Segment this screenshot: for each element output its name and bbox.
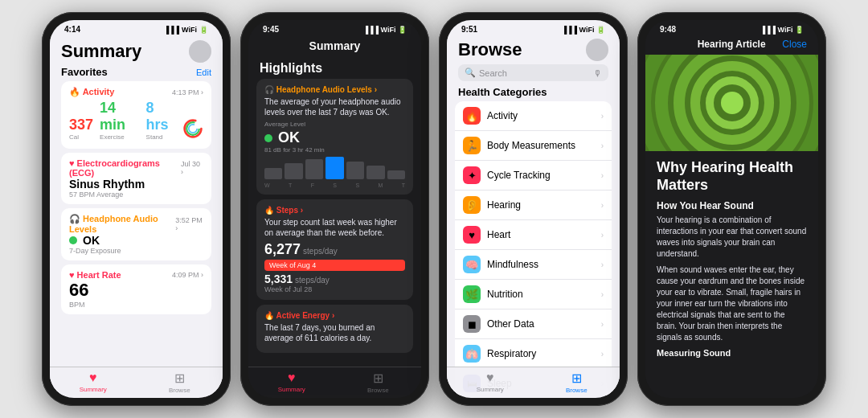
tab-browse-3[interactable]: ⊞ Browse [534, 371, 620, 394]
chevron-other: › [601, 320, 604, 329]
headphone-sub: 7-Day Exposure [69, 247, 203, 255]
p1-header: Summary [50, 35, 223, 66]
p2-steps-title: 🔥 Steps › [264, 206, 405, 215]
grid-tab-icon-3: ⊞ [571, 371, 582, 386]
bar-5 [346, 162, 364, 179]
status-bar-4: 9:48 ▐▐▐ WiFi 🔋 [645, 20, 818, 35]
browse-title: Browse [458, 39, 522, 60]
category-cycle[interactable]: ✦ Cycle Tracking › [455, 161, 612, 191]
time-3: 9:51 [461, 25, 477, 34]
heart-icon: ♥ [463, 226, 481, 244]
p2-energy-card[interactable]: 🔥 Active Energy › The last 7 days, you b… [256, 305, 413, 353]
exercise-value: 14 min [100, 100, 140, 133]
bar-6 [366, 166, 384, 179]
tab-summary-3[interactable]: ♥ Summary [447, 371, 534, 394]
tab-summary-label-3: Summary [477, 386, 504, 393]
status-bar-3: 9:51 ▐▐▐ WiFi 🔋 [447, 20, 620, 35]
favorites-label: Favorites [61, 66, 108, 78]
close-button[interactable]: Close [782, 39, 807, 50]
search-bar[interactable]: 🔍 Search 🎙 [458, 64, 608, 81]
stand-label: Stand [146, 133, 176, 141]
svg-point-2 [189, 125, 197, 133]
p2-header: Summary [248, 35, 421, 58]
p2-steps-card[interactable]: 🔥 Steps › Your step count last week was … [256, 199, 413, 300]
heart-value: 66 [69, 280, 203, 301]
p2-steps-prev-unit: steps/day [295, 276, 330, 285]
category-respiratory[interactable]: 🫁 Respiratory › [455, 339, 612, 369]
activity-title: 🔥 Activity [69, 87, 114, 97]
hearing-icon: 👂 [463, 196, 481, 214]
activity-card[interactable]: 🔥 Activity 4:13 PM › 337 Cal 14 min Exer… [61, 81, 211, 149]
category-heart[interactable]: ♥ Heart › [455, 220, 612, 250]
headphone-title: 🎧 Headphone Audio Levels [69, 214, 175, 234]
bar-4 [326, 157, 343, 179]
ok-dot [69, 236, 77, 244]
article-body-1: Your hearing is a combination of interac… [657, 215, 807, 260]
tab-browse-label-3: Browse [566, 387, 588, 394]
activity-icon: 🔥 [463, 107, 481, 125]
ecg-title: ♥ Electrocardiograms (ECG) [69, 158, 181, 178]
headphone-card[interactable]: 🎧 Headphone Audio Levels 3:52 PM › OK 7-… [61, 208, 211, 260]
tab-bar-3: ♥ Summary ⊞ Browse [447, 367, 620, 395]
p2-steps-prev: 5,331 [264, 273, 293, 285]
status-icons-4: ▐▐▐ WiFi 🔋 [760, 26, 804, 34]
status-icons-2: ▐▐▐ WiFi 🔋 [363, 26, 407, 34]
respiratory-label: Respiratory [487, 348, 595, 359]
tab-summary-label-1: Summary [80, 386, 107, 393]
hero-image [645, 55, 818, 151]
move-unit: Cal [69, 133, 93, 141]
tab-browse-1[interactable]: ⊞ Browse [137, 371, 223, 394]
bar-1 [264, 168, 282, 179]
body-label: Body Measurements [487, 140, 595, 151]
p2-energy-title: 🔥 Active Energy › [264, 311, 405, 320]
category-activity[interactable]: 🔥 Activity › [455, 101, 612, 131]
category-body[interactable]: 🏃 Body Measurements › [455, 131, 612, 161]
category-mindfulness[interactable]: 🧠 Mindfulness › [455, 250, 612, 280]
p2-section-title: Highlights [248, 58, 421, 79]
svg-point-9 [721, 92, 743, 114]
other-label: Other Data [487, 318, 595, 330]
categories-label: Health Categories [447, 86, 620, 98]
tab-bar-2: ♥ Summary ⊞ Browse [248, 367, 421, 395]
heart-tab-icon-2: ♥ [288, 371, 296, 385]
article-nav-title: Hearing Article [698, 39, 766, 50]
tab-summary-1[interactable]: ♥ Summary [50, 371, 137, 394]
p2-ok-sub: 81 dB for 3 hr 42 min [264, 146, 405, 154]
ecg-value: Sinus Rhythm [69, 178, 203, 191]
p2-ok-value: OK [278, 129, 300, 146]
p2-headphone-card[interactable]: 🎧 Headphone Audio Levels › The average o… [256, 79, 413, 195]
phone-2: 9:45 ▐▐▐ WiFi 🔋 Summary Highlights 🎧 Hea… [240, 12, 429, 406]
status-icons-3: ▐▐▐ WiFi 🔋 [562, 26, 605, 34]
chevron-cycle: › [601, 171, 604, 180]
heart-label: Heart [487, 229, 595, 240]
mindfulness-label: Mindfulness [487, 259, 595, 270]
p2-week-badge: Week of Aug 4 [264, 260, 405, 271]
respiratory-icon: 🫁 [463, 345, 481, 363]
p2-steps-prev-week: Week of Jul 28 [264, 285, 405, 293]
edit-button[interactable]: Edit [196, 68, 211, 77]
chevron-body: › [601, 141, 604, 150]
status-bar-1: 4:14 ▐▐▐WiFi🔋 [50, 20, 223, 35]
chevron-respiratory: › [601, 350, 604, 359]
other-icon: ◼ [463, 315, 481, 333]
tab-summary-2[interactable]: ♥ Summary [248, 371, 335, 394]
phone-3: 9:51 ▐▐▐ WiFi 🔋 Browse 🔍 Search 🎙 Health… [439, 12, 628, 406]
category-nutrition[interactable]: 🌿 Nutrition › [455, 280, 612, 309]
activity-time: 4:13 PM › [172, 88, 203, 96]
p2-nav-title: Summary [309, 39, 361, 52]
article-title: Why Hearing Health Matters [657, 159, 807, 194]
category-other[interactable]: ◼ Other Data › [455, 309, 612, 339]
phone-1: 4:14 ▐▐▐WiFi🔋 Summary Favorites Edit 🔥 A… [42, 12, 231, 406]
avatar-1[interactable] [189, 40, 211, 63]
category-hearing[interactable]: 👂 Hearing › [455, 191, 612, 220]
body-icon: 🏃 [463, 137, 481, 154]
p2-chart [264, 157, 405, 179]
ecg-sub: 57 BPM Average [69, 191, 203, 199]
ecg-card[interactable]: ♥ Electrocardiograms (ECG) Jul 30 › Sinu… [61, 153, 211, 204]
chevron-mindfulness: › [601, 260, 604, 269]
p2-energy-body: The last 7 days, you burned an average o… [264, 322, 405, 343]
tab-browse-2[interactable]: ⊞ Browse [335, 371, 422, 394]
avatar-3[interactable] [586, 39, 608, 61]
p2-ok-dot [264, 134, 272, 142]
heart-rate-card[interactable]: ♥ Heart Rate 4:09 PM › 66 BPM [61, 264, 211, 314]
